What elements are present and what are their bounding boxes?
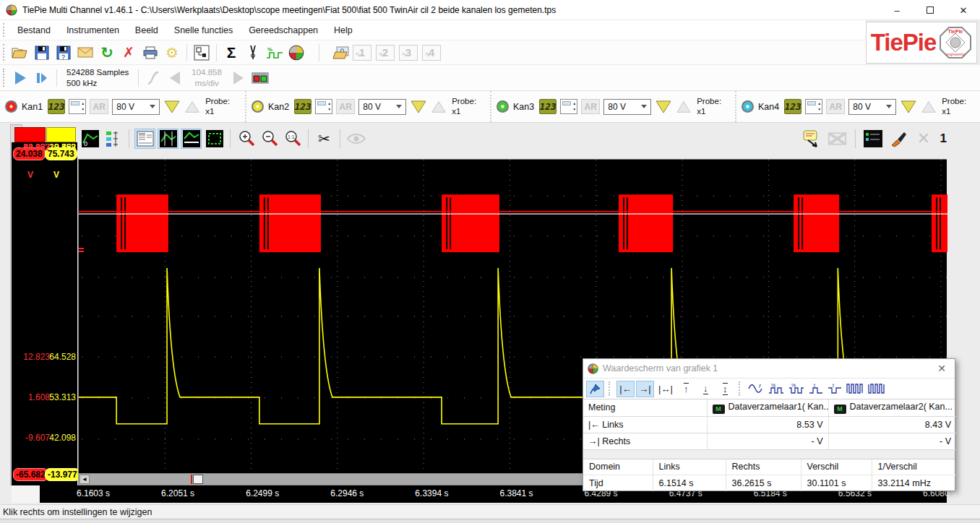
zoom-out-button[interactable] [259,129,280,149]
cursor-vspan-button[interactable]: ↕ [716,381,734,397]
range-down-icon[interactable] [900,100,917,114]
legend-button[interactable] [863,129,884,149]
menu-instrumenten[interactable]: Instrumenten [59,25,127,35]
channel-2-range-select[interactable]: 80 V [358,99,406,115]
channel-3-meter-button[interactable]: 123 [539,99,556,114]
channel-layout-button[interactable] [249,68,271,88]
range-up-icon[interactable] [676,100,692,114]
comment-button[interactable] [801,129,822,149]
source1-header[interactable]: MDataverzamelaar1( Kan... [707,399,828,416]
menu-snelle-functies[interactable]: Snelle functies [166,25,241,35]
source2-header[interactable]: MDataverzamelaar2( Kan... [828,399,956,416]
delete-button[interactable]: ✗ [118,43,139,63]
channel-1-meter-button[interactable]: 123 [48,99,65,114]
save-button[interactable] [31,43,53,63]
cursor-left-button[interactable]: |← [616,381,635,397]
show-graph-4-button[interactable]: ∿4 [422,45,441,61]
maximize-button[interactable] [914,0,947,20]
menu-gereedschappen[interactable]: Gereedschappen [241,25,326,35]
timebase-increase-button[interactable] [228,68,249,88]
kan2-axis-min[interactable]: -13.977 [45,468,80,481]
range-down-icon[interactable] [163,100,181,114]
refresh-button[interactable]: ↻ [96,43,118,63]
pulse-count-low-icon[interactable] [868,383,885,394]
time-high-measure-icon[interactable]: t [809,383,823,394]
zoom-in-button[interactable] [236,129,257,149]
horizontal-cursors-button[interactable] [181,129,202,149]
channel-3-window-button[interactable] [560,99,577,114]
channel-3-indicator-icon[interactable] [496,100,510,113]
kan1-axis-min[interactable]: -65.682 [13,468,48,481]
scroll-thumb[interactable] [193,475,203,484]
visibility-button[interactable] [345,129,366,149]
trigger-slope-button[interactable] [142,68,164,88]
cursor-right-button[interactable]: →| [636,381,654,397]
range-down-icon[interactable] [655,100,672,114]
minimize-button[interactable]: – [880,0,914,20]
axis-tab-kan1[interactable] [14,127,46,142]
channel-1-autorange-button[interactable]: AR [90,99,108,114]
vertical-cursors-button[interactable] [158,129,179,149]
channel-4-autorange-button[interactable]: AR [826,99,845,114]
object-tree-button[interactable] [191,43,212,63]
meting-header[interactable]: Meting [583,399,707,416]
channel-4-range-select[interactable]: 80 V [848,99,896,115]
duty-low-measure-icon[interactable]: % [788,383,804,394]
channel-2-autorange-button[interactable]: AR [336,99,355,114]
cursor-span-button[interactable]: |↔| [656,381,676,397]
pin-button[interactable] [586,381,604,397]
oneshot-button[interactable] [31,68,53,88]
channel-1-window-button[interactable] [69,99,86,114]
channel-1-indicator-icon[interactable] [4,100,18,113]
channel-4-indicator-icon[interactable] [741,100,755,113]
axis-tab-kan2[interactable] [46,127,76,142]
pulse-count-high-icon[interactable] [846,383,864,394]
menu-bestand[interactable]: Bestand [9,25,59,35]
axis-setup-button[interactable] [103,129,124,149]
envelope-disabled-button[interactable] [827,129,848,149]
timebase-decrease-button[interactable] [164,68,186,88]
mail-button[interactable] [74,43,96,63]
zoom-reset-button[interactable]: 1:1 [282,129,303,149]
channel-2-meter-button[interactable]: 123 [294,99,311,114]
channel-2-window-button[interactable] [315,99,332,114]
channel-2-indicator-icon[interactable] [251,100,265,113]
cursor-bottom-button[interactable]: ↓ [697,381,715,397]
pie-report-button[interactable] [285,43,307,63]
measure-tool-button[interactable] [242,43,264,63]
settings-button[interactable]: ⚙ [161,43,183,63]
open-button[interactable] [9,43,31,63]
channel-3-autorange-button[interactable]: AR [581,99,600,114]
close-button[interactable]: ✕ [947,0,980,20]
range-up-icon[interactable] [431,100,447,114]
duty-cycle-button[interactable]: % [264,43,285,63]
rechts-row[interactable]: →| Rechts - V - V [583,433,956,449]
show-graph-3-button[interactable]: ∿3 [399,45,418,61]
menu-beeld[interactable]: Beeld [127,25,166,35]
open-graph-file-button[interactable] [331,43,353,63]
channel-3-range-select[interactable]: 80 V [603,99,651,115]
start-button[interactable] [9,68,31,88]
show-graph-2-button[interactable]: ∿2 [376,45,395,61]
value-table-button[interactable] [134,129,155,149]
links-row[interactable]: |← Links 8.53 V 8.43 V [583,416,956,433]
range-down-icon[interactable] [410,100,427,114]
channel-4-window-button[interactable] [805,99,822,114]
zoom-region-button[interactable] [204,129,225,149]
value-window-close-button[interactable]: ✕ [933,363,950,374]
tijd-row[interactable]: Tijd 6.1514 s 36.2615 s 30.1101 s 33.211… [583,475,956,491]
range-up-icon[interactable] [184,100,200,114]
cursor-top-button[interactable]: ↑ [677,381,695,397]
pen-button[interactable] [888,129,909,149]
show-graph-1-button[interactable]: ∿1 [353,45,371,61]
autoscale-button[interactable]: 0 [79,129,100,149]
value-window-titlebar[interactable]: Waardescherm van grafiek 1 ✕ [583,359,955,378]
menu-help[interactable]: Help [326,25,361,35]
channel-4-meter-button[interactable]: 123 [784,99,801,114]
print-button[interactable] [139,43,161,63]
duty-high-measure-icon[interactable]: % [768,383,784,394]
range-up-icon[interactable] [921,100,937,114]
close-graph-button[interactable]: ✕ [914,129,934,149]
save-as-button[interactable]: ? [53,43,74,63]
cut-button[interactable]: ✂ [314,129,335,149]
